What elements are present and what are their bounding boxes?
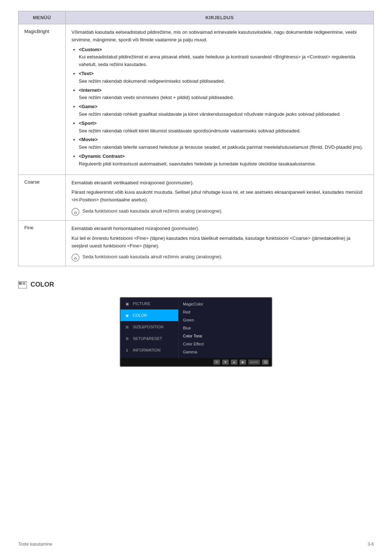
note-icon: [72, 254, 79, 262]
monitor-nav-picture[interactable]: ▣ PICTURE: [121, 298, 178, 309]
fine-note-text: Seda funktsiooni saab kasutada ainult re…: [82, 253, 222, 261]
monitor-left-nav: ▣ PICTURE ◉ COLOR ⊞ SIZE&POSITION ⚙ SETU…: [121, 298, 179, 358]
monitor-option-colortone[interactable]: Color Tone: [183, 332, 267, 340]
monitor-btn-right[interactable]: ▶: [240, 360, 246, 365]
monitor-nav-color[interactable]: ◉ COLOR: [121, 309, 178, 321]
fine-note: Seda funktsiooni saab kasutada ainult re…: [72, 253, 368, 262]
monitor-nav-size[interactable]: ⊞ SIZE&POSITION: [121, 321, 178, 333]
list-item: <Dynamic Contrast> Reguleerib pildi kont…: [79, 153, 368, 168]
desc-cell-fine: Eemaldab ekraanilt horisontaalsed mürajo…: [66, 220, 374, 266]
coarse-para2: Pärast reguleerimist võib kuva asukoht m…: [72, 189, 368, 204]
color-label: COLOR: [133, 313, 147, 317]
list-item: <Internet> See režiim rakendab veebi sir…: [79, 87, 368, 102]
svg-rect-6: [23, 282, 25, 285]
list-item: <Custom> Kui eelseadistatud pildirežiimi…: [79, 46, 368, 69]
color-section: COLOR ▣ PICTURE ◉ COLOR ⊞ SIZE&POSIT: [18, 281, 374, 367]
color-section-icon: [18, 281, 27, 288]
fine-para2: Kui teil ei õnnestu funktsiooni <Fine> (…: [72, 235, 368, 250]
color-icon: ◉: [124, 312, 130, 318]
item-label: <Sport>: [79, 120, 97, 126]
col-header-menu: MENÜÜ: [19, 11, 66, 24]
monitor-btn-power[interactable]: ⏻: [262, 360, 269, 365]
svg-rect-5: [19, 282, 22, 285]
magicbright-intro: Võimaldab kasutada eelseadistatud pildir…: [72, 29, 368, 44]
item-text: Kui eelseadistatud pildirežiimid ei anna…: [79, 54, 355, 67]
monitor-ui: ▣ PICTURE ◉ COLOR ⊞ SIZE&POSITION ⚙ SETU…: [120, 297, 272, 367]
size-icon: ⊞: [124, 324, 130, 330]
table-row: Coarse Eemaldab ekraanilt vertikaalsed m…: [19, 175, 374, 220]
list-item: <Game> See režiim rakendab rohkelt graaf…: [79, 103, 368, 118]
coarse-note: Seda funktsiooni saab kasutada ainult re…: [72, 208, 368, 216]
footer-left: Toote kasutamine: [18, 542, 52, 547]
setup-label: SETUP&RESET: [133, 336, 162, 341]
monitor-btn-down[interactable]: ▼: [222, 360, 229, 365]
monitor-btn-up[interactable]: ▲: [231, 360, 237, 365]
monitor-option-red[interactable]: Red: [183, 308, 267, 316]
item-label: <Internet>: [79, 87, 102, 93]
monitor-nav-setup[interactable]: ⚙ SETUP&RESET: [121, 333, 178, 344]
col-header-desc: KIRJELDUS: [66, 11, 374, 24]
monitor-menu: ▣ PICTURE ◉ COLOR ⊞ SIZE&POSITION ⚙ SETU…: [121, 298, 271, 358]
menu-cell-fine: Fine: [19, 220, 66, 266]
monitor-option-magiccolor[interactable]: MagicColor: [183, 300, 267, 308]
item-text: See režiim rakendab telerile sarnased he…: [79, 144, 363, 150]
desc-cell-coarse: Eemaldab ekraanilt vertikaalsed mürajoon…: [66, 175, 374, 220]
item-label: <Game>: [79, 104, 97, 109]
magicbright-list: <Custom> Kui eelseadistatud pildirežiimi…: [72, 46, 368, 168]
table-row: MagicBright Võimaldab kasutada eelseadis…: [19, 24, 374, 175]
info-label: INFORMATION: [133, 348, 160, 352]
item-text: See režiim rakendab rohkelt graafikat si…: [79, 111, 341, 117]
item-label: <Text>: [79, 71, 94, 76]
main-content-table: MENÜÜ KIRJELDUS MagicBright Võimaldab ka…: [18, 11, 374, 266]
monitor-right-content: MagicColor Red Green Blue Color Tone Col…: [179, 298, 271, 358]
page-footer: Toote kasutamine 3-6: [18, 542, 374, 547]
item-text: See režiim rakendab dokumendi redigeerim…: [79, 78, 225, 84]
coarse-note-text: Seda funktsiooni saab kasutada ainult re…: [82, 208, 222, 215]
picture-label: PICTURE: [133, 301, 150, 306]
fine-para1: Eemaldab ekraanilt horisontaalsed mürajo…: [72, 225, 368, 233]
desc-cell-magicbright: Võimaldab kasutada eelseadistatud pildir…: [66, 24, 374, 175]
monitor-ui-wrapper: ▣ PICTURE ◉ COLOR ⊞ SIZE&POSITION ⚙ SETU…: [18, 297, 374, 367]
table-row: Fine Eemaldab ekraanilt horisontaalsed m…: [19, 220, 374, 266]
item-label: <Dynamic Contrast>: [79, 153, 124, 159]
note-icon: [72, 208, 79, 216]
item-label: <Custom>: [79, 47, 102, 52]
monitor-bottom-bar: ✕ ▼ ▲ ▶ AUTO ⏻: [121, 358, 271, 366]
menu-cell-coarse: Coarse: [19, 175, 66, 220]
monitor-btn-auto[interactable]: AUTO: [248, 360, 260, 365]
item-text: See režiim rakendab rohkelt kiiret liiku…: [79, 128, 301, 134]
item-text: Reguleerib pildi kontrastsust automaatse…: [79, 161, 316, 167]
footer-right: 3-6: [368, 542, 374, 547]
item-text: See režiim rakendab veebi sirvimiseks (t…: [79, 95, 234, 100]
monitor-option-coloreffect[interactable]: Color Effect: [183, 340, 267, 348]
monitor-nav-info[interactable]: ℹ INFORMATION: [121, 344, 178, 356]
color-section-title: COLOR: [18, 281, 374, 288]
info-icon: ℹ: [124, 347, 130, 353]
monitor-option-gamma[interactable]: Gamma: [183, 348, 267, 356]
size-label: SIZE&POSITION: [133, 325, 163, 329]
picture-icon: ▣: [124, 301, 130, 307]
monitor-option-green[interactable]: Green: [183, 316, 267, 324]
list-item: <Movie> See režiim rakendab telerile sar…: [79, 136, 368, 151]
list-item: <Text> See režiim rakendab dokumendi red…: [79, 70, 368, 85]
setup-icon: ⚙: [124, 336, 130, 341]
color-title-text: COLOR: [30, 281, 54, 288]
item-label: <Movie>: [79, 137, 98, 142]
coarse-para1: Eemaldab ekraanilt vertikaalsed mürajoon…: [72, 179, 368, 187]
list-item: <Sport> See režiim rakendab rohkelt kiir…: [79, 120, 368, 135]
monitor-option-blue[interactable]: Blue: [183, 324, 267, 332]
monitor-btn-x[interactable]: ✕: [213, 360, 220, 365]
menu-cell-magicbright: MagicBright: [19, 24, 66, 175]
